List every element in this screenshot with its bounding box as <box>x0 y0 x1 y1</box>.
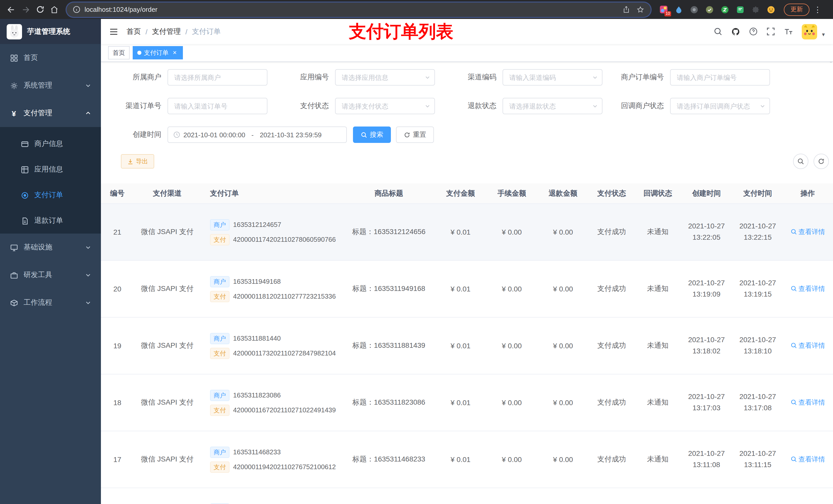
pay-status-filter-field[interactable] <box>336 102 434 110</box>
github-icon[interactable] <box>731 27 740 36</box>
sidebar-item-infra[interactable]: 基础设施 <box>0 234 101 261</box>
channel-code-filter-field[interactable] <box>503 73 602 81</box>
extension-icon-5[interactable] <box>720 5 730 14</box>
col-header-title: 商品标题 <box>343 189 435 198</box>
merchant-no-tag: 商户 <box>210 389 230 401</box>
view-detail-link[interactable]: 查看详情 <box>790 284 825 293</box>
extension-icon-8[interactable] <box>766 5 776 14</box>
refund-status-filter-field[interactable] <box>503 102 602 110</box>
channel-order-no-filter-field[interactable] <box>168 102 267 110</box>
extension-icon-2[interactable] <box>674 5 684 14</box>
sidebar-item-devtools[interactable]: 研发工具 <box>0 261 101 289</box>
pay-amount-cell: ¥ 0.01 <box>435 455 486 463</box>
reset-button[interactable]: 重置 <box>396 126 434 143</box>
table-row: 17 微信 JSAPI 支付 商户 1635311468233 支付 42000… <box>101 431 833 488</box>
extension-icon-7[interactable] <box>751 5 760 14</box>
extension-icon-6[interactable] <box>736 5 745 14</box>
view-detail-label: 查看详情 <box>799 341 825 350</box>
extension-icon-1[interactable]: 10 <box>659 5 668 14</box>
help-icon[interactable] <box>749 27 758 36</box>
user-avatar[interactable] <box>802 24 817 39</box>
refund-amount-cell: ¥ 0.00 <box>538 285 589 293</box>
breadcrumb-item-current: 支付订单 <box>192 27 221 36</box>
share-icon[interactable] <box>622 6 630 13</box>
sidebar-item-app-info[interactable]: 应用信息 <box>0 157 101 182</box>
extension-icon-4[interactable] <box>705 5 714 14</box>
col-header-channel: 支付渠道 <box>127 189 207 198</box>
tab-home[interactable]: 首页 <box>108 46 129 59</box>
browser-home-button[interactable] <box>47 2 62 17</box>
app-no-filter-select[interactable] <box>335 69 435 86</box>
view-detail-link[interactable]: 查看详情 <box>790 398 825 407</box>
app-header: 首页 / 支付管理 / 支付订单 支付订单列表 <box>101 19 833 44</box>
merchant-filter-field[interactable] <box>168 73 267 81</box>
sidebar-item-label: 商户信息 <box>34 139 63 148</box>
browser-forward-button[interactable] <box>19 2 33 17</box>
browser-back-button[interactable] <box>4 2 19 17</box>
filter-merchant: 所属商户 <box>101 69 267 86</box>
create-time-cell: 2021-10-2713:18:02 <box>681 335 732 357</box>
refresh-table-button[interactable] <box>813 154 829 169</box>
col-header-pay-amount: 支付金额 <box>435 189 486 198</box>
merchant-filter-input[interactable] <box>168 69 267 86</box>
sidebar-item-refund-order[interactable]: 退款订单 <box>0 208 101 234</box>
app-logo[interactable]: 芋道管理系统 <box>0 19 101 44</box>
sidebar-item-system[interactable]: 系统管理 <box>0 72 101 99</box>
view-detail-link[interactable]: 查看详情 <box>790 455 825 464</box>
browser-reload-button[interactable] <box>33 2 47 17</box>
tab-close-icon[interactable]: × <box>171 49 178 56</box>
channel-code-filter-select[interactable] <box>503 69 602 86</box>
merchant-order-no-filter-field[interactable] <box>671 73 769 81</box>
sidebar-item-home[interactable]: 首页 <box>0 44 101 72</box>
avatar-caret-icon[interactable]: ▾ <box>822 31 825 38</box>
notify-status-filter-field[interactable] <box>671 102 769 110</box>
pay-status-filter-select[interactable] <box>335 98 435 114</box>
notify-status-filter-select[interactable] <box>670 98 770 114</box>
active-tab-dot <box>137 51 141 55</box>
create-time-range-picker[interactable]: 2021-10-01 00:00:00 - 2021-10-31 23:59:5… <box>168 126 347 143</box>
breadcrumb-item-home[interactable]: 首页 <box>126 27 141 36</box>
address-bar[interactable]: localhost:1024/pay/order <box>67 2 651 17</box>
export-button[interactable]: 导出 <box>121 154 154 169</box>
refund-status-filter-select[interactable] <box>503 98 602 114</box>
tab-label: 首页 <box>113 48 125 57</box>
bookmark-star-icon[interactable] <box>636 5 644 14</box>
browser-update-button[interactable]: 更新 <box>784 3 809 16</box>
view-detail-link[interactable]: 查看详情 <box>790 341 825 350</box>
browser-menu-icon[interactable]: ⋮ <box>812 5 823 14</box>
header-search-icon[interactable] <box>714 27 722 36</box>
filter-label: 渠道编码 <box>436 73 503 82</box>
screen: localhost:1024/pay/order 10 <box>0 0 833 504</box>
chevron-up-icon <box>85 110 91 116</box>
extension-icon-3[interactable] <box>690 5 699 14</box>
sidebar-item-label: 系统管理 <box>24 81 52 90</box>
merchant-no-tag: 商户 <box>210 333 230 344</box>
view-detail-link[interactable]: 查看详情 <box>790 227 825 237</box>
pay-channel-cell: 微信 JSAPI 支付 <box>127 341 207 350</box>
pay-channel-cell: 微信 JSAPI 支付 <box>127 455 207 464</box>
fullscreen-icon[interactable] <box>767 27 776 36</box>
channel-order-no-filter-input[interactable] <box>168 98 267 114</box>
sidebar-item-pay-order[interactable]: 支付订单 <box>0 182 101 208</box>
font-size-icon[interactable] <box>784 27 793 36</box>
product-title-cell: 标题：1635311468233 <box>343 455 435 464</box>
merchant-order-no: 1635311881440 <box>233 334 281 342</box>
sidebar-item-pay[interactable]: ¥ 支付管理 <box>0 99 101 127</box>
url-text: localhost:1024/pay/order <box>85 6 158 13</box>
reset-button-label: 重置 <box>413 130 426 139</box>
yuan-icon: ¥ <box>10 109 18 118</box>
sidebar-toggle-icon[interactable] <box>109 27 118 36</box>
chevron-down-icon <box>425 75 430 80</box>
sidebar-item-merchant-info[interactable]: 商户信息 <box>0 131 101 157</box>
search-button[interactable]: 搜索 <box>353 126 391 143</box>
breadcrumb-item-pay[interactable]: 支付管理 <box>152 27 181 36</box>
merchant-order-no-filter-input[interactable] <box>670 69 770 86</box>
sidebar-item-workflow[interactable]: 工作流程 <box>0 289 101 316</box>
order-id-cell: 21 <box>107 228 127 236</box>
view-detail-label: 查看详情 <box>799 398 825 407</box>
site-info-icon[interactable] <box>73 6 80 13</box>
app-no-filter-field[interactable] <box>336 73 434 81</box>
filter-channel-order-no: 渠道订单号 <box>101 98 267 114</box>
toggle-search-button[interactable] <box>793 154 808 169</box>
tab-pay-order[interactable]: 支付订单 × <box>133 46 183 59</box>
